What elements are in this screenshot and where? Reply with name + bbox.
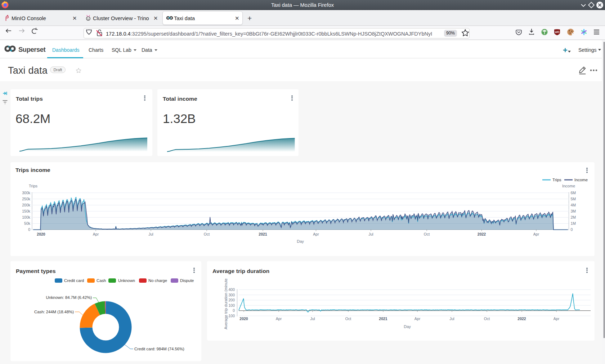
svg-text:2021: 2021 — [379, 317, 387, 321]
svg-text:2022: 2022 — [517, 317, 526, 321]
svg-text:400: 400 — [228, 287, 235, 292]
svg-text:Jul: Jul — [310, 317, 315, 321]
svg-text:Average trip duration (minute: Average trip duration (minute — [224, 278, 228, 329]
svg-text:300: 300 — [228, 293, 235, 297]
svg-text:Apr: Apr — [554, 317, 560, 321]
svg-text:Oct: Oct — [484, 317, 490, 321]
svg-text:Oct: Oct — [345, 317, 351, 321]
svg-text:Apr: Apr — [414, 317, 421, 321]
svg-text:200: 200 — [228, 298, 235, 302]
svg-text:0: 0 — [233, 308, 235, 313]
svg-text:-100: -100 — [227, 314, 235, 318]
svg-text:2020: 2020 — [239, 317, 248, 321]
svg-text:Day: Day — [404, 324, 411, 329]
svg-text:Jul: Jul — [449, 317, 454, 321]
svg-text:100: 100 — [228, 303, 235, 308]
svg-text:Apr: Apr — [276, 317, 282, 321]
